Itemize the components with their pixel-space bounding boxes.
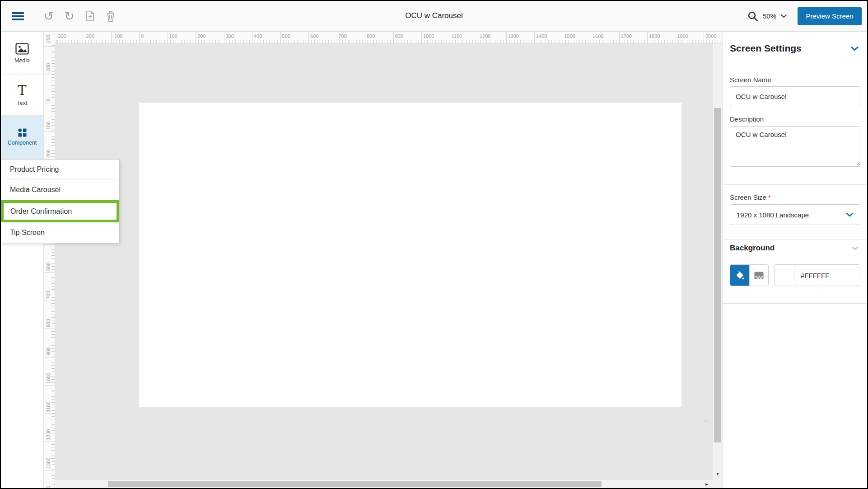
- sidebar-item-label: Media: [14, 57, 30, 64]
- zoom-level-value[interactable]: 50%: [763, 12, 776, 20]
- v-ruler-label: 900: [46, 347, 51, 355]
- h-ruler-label: 1600: [593, 33, 603, 39]
- sidebar-item-component[interactable]: Component: [1, 116, 43, 159]
- screen-designer-app: ↺ ↻ OCU w Carousel: [0, 0, 868, 489]
- color-swatch[interactable]: [775, 265, 794, 286]
- divider: [723, 184, 867, 185]
- delete-button[interactable]: [103, 7, 118, 25]
- text-icon: T: [18, 84, 26, 97]
- background-fill-type-buttons: [730, 264, 769, 286]
- select-chevron-down-icon: [846, 212, 854, 217]
- h-ruler-tick: [450, 32, 450, 43]
- paint-bucket-icon: [734, 270, 745, 281]
- scroll-down-arrow-icon[interactable]: ▾: [713, 469, 722, 478]
- background-color-value[interactable]: #FFFFFF: [794, 265, 860, 286]
- v-ruler-tick: [44, 244, 55, 244]
- h-ruler-tick: [506, 32, 507, 43]
- horizontal-scrollbar[interactable]: ▸: [55, 480, 713, 488]
- h-ruler-label: 400: [254, 33, 262, 39]
- h-ruler-tick: [83, 32, 83, 43]
- toolbar-actions: ↺ ↻: [36, 1, 124, 31]
- top-toolbar: ↺ ↻ OCU w Carousel: [1, 1, 867, 32]
- v-ruler-label: 100: [46, 121, 51, 129]
- menu-item-tip-screen[interactable]: Tip Screen: [1, 222, 119, 243]
- zoom-chevron-down-icon[interactable]: [780, 14, 787, 18]
- v-ruler-minor-ticks: [51, 44, 55, 488]
- background-color-field[interactable]: #FFFFFF: [774, 264, 860, 286]
- checkerboard-icon: [754, 272, 764, 279]
- h-ruler-tick: [111, 32, 112, 43]
- h-ruler-label: 200: [197, 33, 205, 39]
- scroll-right-arrow-icon[interactable]: ▸: [702, 480, 711, 488]
- v-ruler-label: -100: [46, 63, 51, 73]
- v-ruler-tick: [44, 329, 55, 329]
- sidebar-item-text[interactable]: T Text: [1, 75, 43, 116]
- screen-settings-panel: Screen Settings Screen Name Description …: [722, 32, 867, 488]
- vertical-scrollbar-thumb[interactable]: [714, 108, 721, 442]
- divider: [723, 303, 867, 304]
- h-ruler-label: -100: [113, 33, 123, 39]
- solid-fill-button[interactable]: [730, 265, 749, 286]
- h-ruler-tick: [563, 32, 563, 43]
- screen-canvas[interactable]: [139, 103, 681, 407]
- h-ruler-tick: [478, 32, 478, 43]
- h-ruler-label: 1800: [649, 33, 660, 39]
- v-ruler-tick: [44, 46, 55, 47]
- v-ruler-tick: [44, 272, 55, 273]
- screen-name-label: Screen Name: [730, 76, 771, 84]
- h-ruler-tick: [337, 32, 337, 43]
- preview-screen-button[interactable]: Preview Screen: [798, 7, 862, 25]
- v-ruler-tick: [44, 357, 55, 357]
- horizontal-scrollbar-thumb[interactable]: [108, 481, 602, 487]
- zoom-search-icon[interactable]: [747, 10, 759, 22]
- screen-name-input[interactable]: [730, 86, 860, 106]
- h-ruler-tick: [139, 32, 140, 43]
- transparent-fill-button[interactable]: [749, 265, 768, 286]
- undo-button[interactable]: ↺: [41, 7, 56, 25]
- page-title: OCU w Carousel: [405, 11, 463, 20]
- media-icon: [15, 43, 29, 55]
- v-ruler-tick: [44, 414, 55, 414]
- v-ruler-label: 700: [46, 291, 51, 299]
- h-ruler-tick: [619, 32, 620, 43]
- description-textarea[interactable]: OCU w Carousel: [730, 126, 860, 167]
- sidebar-item-label: Text: [17, 100, 28, 106]
- sidebar-item-label: Component: [8, 140, 37, 146]
- h-ruler-label: 900: [395, 33, 403, 39]
- h-ruler-label: 100: [169, 33, 177, 39]
- h-ruler: -300-200-1000100200300400500600700800900…: [55, 32, 722, 44]
- h-ruler-label: 1500: [565, 33, 575, 39]
- v-ruler-tick: [44, 301, 55, 301]
- screen-settings-collapse-button[interactable]: [850, 46, 859, 51]
- editor-area: [55, 44, 713, 480]
- h-ruler-tick: [365, 32, 365, 43]
- h-ruler-label: 1000: [423, 33, 434, 39]
- background-collapse-button[interactable]: [851, 246, 859, 250]
- h-ruler-label: 600: [310, 33, 318, 39]
- redo-button[interactable]: ↻: [62, 7, 77, 25]
- new-page-icon: [85, 10, 95, 22]
- h-ruler-tick: [591, 32, 591, 43]
- new-page-button[interactable]: [82, 7, 98, 25]
- topbar-right-controls: 50% Preview Screen: [747, 1, 862, 31]
- screen-size-select[interactable]: 1920 x 1080 Landscape: [730, 204, 860, 225]
- trash-icon: [106, 10, 116, 22]
- menu-item-order-confirmation-highlighted[interactable]: Order Confirmation: [1, 200, 119, 222]
- sidebar-item-media[interactable]: Media: [1, 32, 43, 75]
- v-ruler: -200-10001002003004005006007008009001000…: [44, 32, 55, 488]
- h-ruler-tick: [704, 32, 704, 43]
- divider: [723, 64, 867, 64]
- component-flyout-menu: Product Pricing Media Carousel Order Con…: [1, 159, 120, 243]
- menu-item-media-carousel[interactable]: Media Carousel: [1, 180, 119, 200]
- vertical-scrollbar[interactable]: ▾: [713, 44, 722, 488]
- h-ruler-label: 2000: [705, 33, 716, 39]
- h-ruler-label: 1700: [621, 33, 632, 39]
- v-ruler-tick: [44, 442, 55, 442]
- menu-item-product-pricing[interactable]: Product Pricing: [1, 160, 119, 180]
- v-ruler-label: 1200: [46, 429, 51, 440]
- h-ruler-label: 500: [282, 33, 290, 39]
- hamburger-menu-button[interactable]: [1, 1, 35, 31]
- v-ruler-label: 800: [46, 319, 51, 327]
- v-ruler-tick: [44, 103, 55, 103]
- redo-icon: ↻: [64, 10, 75, 22]
